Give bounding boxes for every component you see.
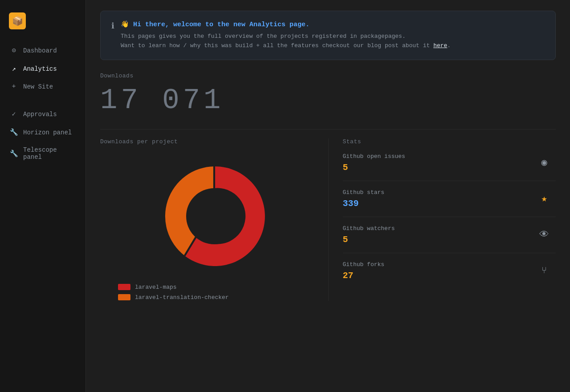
legend-label-translation: laravel-translation-checker	[135, 294, 229, 301]
stat-value-stars: 339	[343, 198, 385, 209]
sidebar-item-telescope[interactable]: 🔧 Telescope panel	[4, 142, 82, 165]
chart-section: Downloads per project	[100, 138, 328, 301]
stat-info-watchers: Github watchers 5	[343, 225, 395, 245]
stat-info-forks: Github forks 27	[343, 261, 385, 281]
stat-value-open-issues: 5	[343, 162, 405, 173]
sidebar-item-label: New Site	[23, 83, 53, 90]
content-grid: Downloads per project	[100, 129, 556, 301]
legend-color-maps	[118, 284, 130, 290]
banner-line2-end: .	[447, 42, 451, 49]
stat-label-open-issues: Github open issues	[343, 153, 405, 160]
eye-icon: 👁	[536, 229, 552, 241]
sidebar: 📦 ⊙ Dashboard ↗ Analytics + New Site ✓ A…	[0, 0, 86, 392]
sidebar-item-new-site[interactable]: + New Site	[4, 78, 82, 95]
stat-label-watchers: Github watchers	[343, 225, 395, 232]
banner-link[interactable]: here	[433, 42, 447, 49]
svg-point-3	[186, 188, 242, 244]
sidebar-item-label: Analytics	[23, 65, 57, 73]
sidebar-item-approvals[interactable]: ✓ Approvals	[4, 105, 82, 123]
sidebar-item-label: Approvals	[23, 111, 57, 118]
analytics-icon: ↗	[10, 65, 18, 73]
sidebar-item-horizon[interactable]: 🔧 Horizon panel	[4, 124, 82, 141]
stat-card-watchers: Github watchers 5 👁	[343, 217, 556, 253]
logo-container: 📦	[0, 9, 86, 42]
legend-item-maps: laravel-maps	[118, 284, 229, 291]
donut-chart	[152, 154, 277, 279]
chart-label: Downloads per project	[100, 138, 328, 145]
open-issues-icon: ◉	[536, 157, 552, 169]
logo-icon: 📦	[9, 12, 26, 29]
info-icon: ℹ	[111, 21, 114, 31]
plus-icon: +	[10, 83, 18, 90]
stat-card-forks: Github forks 27 ⑂	[343, 253, 556, 289]
sidebar-item-label: Horizon panel	[23, 129, 72, 136]
sidebar-item-label: Dashboard	[23, 47, 57, 54]
banner-content: 👋 Hi there, welcome to the new Analytics…	[121, 20, 451, 51]
stat-value-watchers: 5	[343, 234, 395, 245]
dashboard-icon: ⊙	[10, 46, 18, 55]
legend-color-translation	[118, 294, 130, 300]
main-content: ℹ 👋 Hi there, welcome to the new Analyti…	[86, 0, 570, 392]
stats-label: Stats	[343, 138, 556, 145]
downloads-count: 17 071	[100, 85, 556, 117]
stat-info-open-issues: Github open issues 5	[343, 153, 405, 173]
banner-line2: Want to learn how / why this was build +…	[121, 42, 433, 49]
welcome-banner: ℹ 👋 Hi there, welcome to the new Analyti…	[100, 11, 556, 60]
stat-label-stars: Github stars	[343, 189, 385, 196]
key-icon: 🔧	[10, 128, 18, 137]
chart-legend: laravel-maps laravel-translation-checker	[118, 284, 229, 301]
stat-value-forks: 27	[343, 271, 385, 281]
donut-container: laravel-maps laravel-translation-checker	[100, 154, 328, 301]
legend-item-translation: laravel-translation-checker	[118, 294, 229, 301]
fork-icon: ⑂	[536, 266, 552, 276]
sidebar-nav: ⊙ Dashboard ↗ Analytics + New Site ✓ App…	[0, 42, 86, 165]
banner-body: This pages gives you the full overview o…	[121, 32, 451, 51]
check-icon: ✓	[10, 110, 18, 118]
banner-line1: This pages gives you the full overview o…	[121, 33, 406, 40]
downloads-label: Downloads	[100, 73, 556, 79]
sidebar-item-dashboard[interactable]: ⊙ Dashboard	[4, 42, 82, 59]
sidebar-item-analytics[interactable]: ↗ Analytics	[4, 60, 82, 77]
stat-info-stars: Github stars 339	[343, 189, 385, 209]
stat-card-stars: Github stars 339 ★	[343, 181, 556, 217]
legend-label-maps: laravel-maps	[135, 284, 177, 291]
star-icon: ★	[536, 193, 552, 205]
stat-label-forks: Github forks	[343, 261, 385, 268]
banner-title: 👋 Hi there, welcome to the new Analytics…	[121, 20, 451, 28]
stats-section: Stats Github open issues 5 ◉ Github star…	[328, 138, 556, 301]
stat-card-open-issues: Github open issues 5 ◉	[343, 145, 556, 181]
sidebar-item-label: Telescope panel	[23, 146, 76, 161]
telescope-icon: 🔧	[10, 150, 18, 158]
